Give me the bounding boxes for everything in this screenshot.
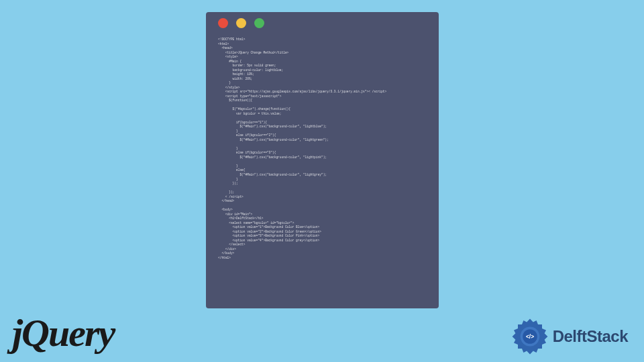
delftstack-logo: </> DelftStack [510,316,628,357]
jquery-logo: jQuery [12,310,114,355]
code-glyph-icon: </> [526,333,534,340]
maximize-dot-icon [254,18,264,28]
window-titlebar [206,12,439,34]
code-window: <!DOCTYPE html> <html> <head> <title>JQu… [206,12,439,308]
delftstack-text: DelftStack [553,327,628,346]
code-body: <!DOCTYPE html> <html> <head> <title>JQu… [206,34,439,264]
minimize-dot-icon [236,18,246,28]
close-dot-icon [218,18,228,28]
delftstack-badge-icon: </> [510,316,550,357]
